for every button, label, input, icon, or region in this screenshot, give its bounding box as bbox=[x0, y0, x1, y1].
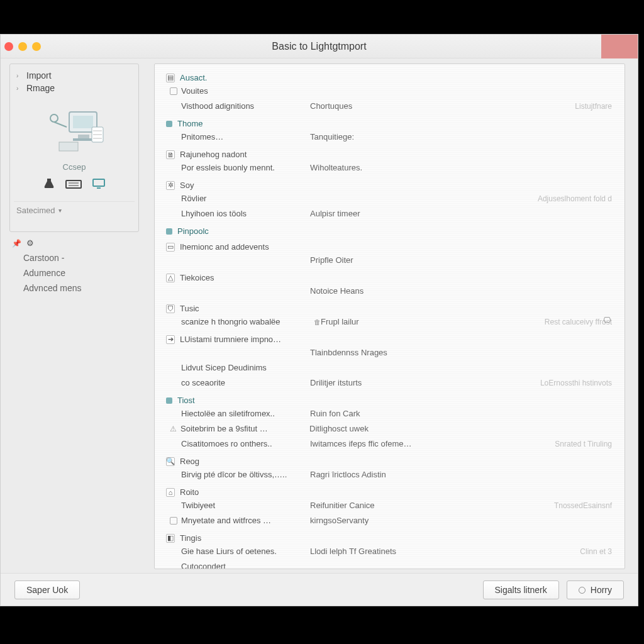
item-mid: Iwitamces ifeps ffic ofeme… bbox=[310, 438, 455, 450]
list-item[interactable]: Mnyetate and witfrces …kirngsoServanty bbox=[155, 513, 625, 528]
arrow-icon: ➔ bbox=[166, 335, 175, 344]
super-ok-button[interactable]: Saper Uok bbox=[14, 580, 80, 599]
item-right: Rest caluceivy ffrost bbox=[545, 316, 612, 328]
list-item[interactable]: TwibiyeetReifunitier CaniceTnossedEsains… bbox=[155, 498, 625, 513]
list-item[interactable]: RövlierAdjuseslhoment fold d bbox=[155, 191, 625, 206]
list-item[interactable]: Visthood adignitionsChortuquesListujtfna… bbox=[155, 99, 625, 114]
sidebar-nav-rmage[interactable]: › Rmage bbox=[14, 82, 135, 94]
item-left: co sceaorite bbox=[181, 377, 310, 389]
gear-icon: ✲ bbox=[166, 181, 175, 190]
sidebar-item-carstoon[interactable]: Carstoon - bbox=[12, 253, 136, 263]
list-item[interactable]: Notoice Heans bbox=[155, 284, 625, 299]
monitor-icon[interactable] bbox=[92, 178, 106, 192]
group-heading[interactable]: Pinpoolc bbox=[155, 221, 625, 237]
item-mid: Ditlighosct uwek bbox=[309, 423, 454, 435]
item-mid: Pripfle Oiter bbox=[310, 254, 455, 267]
list-item[interactable]: Cisatitomoes ro onthers..Iwitamces ifeps… bbox=[155, 436, 625, 452]
nav-label: Import bbox=[26, 70, 52, 80]
list-item[interactable]: Gie hase Liurs of oetenes.Llodi lelph Tf… bbox=[155, 544, 625, 559]
list-item[interactable]: Hiectolëe an siletifromex..Ruin fon Cark bbox=[155, 406, 625, 421]
trash-icon[interactable]: 🗑 bbox=[314, 316, 321, 328]
close-icon[interactable] bbox=[4, 42, 13, 51]
item-right: Snrated t Tiruling bbox=[555, 438, 612, 450]
group-heading[interactable]: Tiost bbox=[155, 391, 625, 406]
group-title: Soy bbox=[180, 180, 194, 190]
item-left: Twibiyeet bbox=[181, 499, 310, 512]
svg-point-8 bbox=[50, 114, 58, 122]
group-title: Roito bbox=[180, 487, 199, 497]
sidebar-nav-import[interactable]: › Import bbox=[14, 69, 135, 82]
dot-icon bbox=[166, 121, 172, 127]
sidebar-select[interactable]: Satecimed ▾ bbox=[14, 201, 135, 216]
pin-icon: ◧ bbox=[166, 534, 175, 543]
zoom-icon[interactable] bbox=[32, 42, 41, 51]
list-item[interactable]: Tlainbdennss Nrages bbox=[155, 345, 625, 360]
minimize-icon[interactable] bbox=[18, 42, 27, 51]
group-title: Tusic bbox=[180, 304, 199, 313]
gear-icon: ⚙ bbox=[26, 238, 34, 248]
item-left: Mnyetate and witfrces … bbox=[181, 514, 310, 527]
radio-icon bbox=[579, 587, 586, 594]
svg-rect-10 bbox=[59, 142, 78, 151]
sidebar-item-adumence[interactable]: Adumence bbox=[12, 268, 136, 278]
item-left: Lhyihoen ios töols bbox=[181, 208, 310, 220]
list-item[interactable]: Pripfle Oiter bbox=[155, 253, 625, 268]
list-item[interactable]: Lhyihoen ios töolsAulpisr timeer bbox=[155, 206, 625, 221]
svg-rect-14 bbox=[93, 179, 104, 186]
group-heading[interactable]: ⛉Tusic bbox=[155, 299, 625, 314]
list-item[interactable]: Lidvut Sicep Deudinims bbox=[155, 360, 625, 375]
group-heading[interactable]: ⌂Roito bbox=[155, 482, 625, 498]
sidebar-menu-row[interactable]: 📌 ⚙ bbox=[12, 238, 136, 248]
item-left: Vouites bbox=[181, 85, 310, 97]
keyboard-icon[interactable] bbox=[65, 178, 82, 192]
settings-list: ▤Ausact.VouitesVisthood adignitionsChort… bbox=[155, 64, 625, 569]
group-title: Reog bbox=[180, 457, 199, 466]
lab-icon[interactable] bbox=[43, 178, 55, 192]
checkbox-icon[interactable] bbox=[170, 87, 177, 95]
list-item[interactable]: Pnitomes…Tanquitiege: bbox=[155, 130, 625, 145]
group-heading[interactable]: ➔LUistami trumniere impno… bbox=[155, 330, 625, 345]
group-heading[interactable]: ▤Ausact. bbox=[155, 68, 625, 84]
item-right: LoErnossthi hstinvots bbox=[540, 377, 612, 389]
list-item[interactable]: ⚠Soitebrim be a 9sfitut …Ditlighosct uwe… bbox=[155, 421, 625, 436]
list-item[interactable]: Birvig pté dîcor be öltivss,…..Ragri îri… bbox=[155, 467, 625, 482]
item-mid: Wiholteatures. bbox=[310, 162, 455, 174]
doc-icon: ▤ bbox=[166, 74, 175, 82]
list-item[interactable]: scanize h thongrio wabalëe🗑Frupl lailurR… bbox=[155, 314, 625, 330]
checkbox-icon[interactable] bbox=[170, 517, 177, 525]
item-left: Pnitomes… bbox=[181, 131, 310, 143]
group-heading[interactable]: △Tiekoices bbox=[155, 268, 625, 284]
illustration-caption: Ccsep bbox=[14, 162, 135, 172]
group-heading[interactable]: Thome bbox=[155, 114, 625, 130]
main-panel: ▤Ausact.VouitesVisthood adignitionsChort… bbox=[154, 64, 625, 569]
list-item[interactable]: Vouites bbox=[155, 84, 625, 99]
window-title: Basic to Lightgtmport bbox=[272, 41, 366, 52]
signals-button[interactable]: Sigalts litnerk bbox=[483, 580, 559, 599]
item-left: Por essleis buonly mennt. bbox=[181, 162, 310, 174]
item-left: Cisatitomoes ro onthers.. bbox=[181, 438, 310, 450]
item-mid: Aulpisr timeer bbox=[310, 208, 455, 220]
svg-rect-11 bbox=[66, 180, 81, 188]
page-icon: 🗎 bbox=[166, 150, 175, 159]
window-controls bbox=[4, 42, 41, 51]
titlebar: Basic to Lightgtmport bbox=[1, 35, 638, 58]
group-heading[interactable]: ◧Tingis bbox=[155, 528, 625, 544]
group-heading[interactable]: ✲Soy bbox=[155, 175, 625, 191]
group-heading[interactable]: ▭Ihemionc and addevents bbox=[155, 237, 625, 253]
chevron-down-icon: ▾ bbox=[58, 207, 65, 214]
nav-label: Rmage bbox=[26, 83, 55, 93]
list-item[interactable]: co sceaoriteDrilitjer itsturtsLoErnossth… bbox=[155, 375, 625, 391]
group-heading[interactable]: 🗎Rajunehog nadont bbox=[155, 145, 625, 160]
svg-rect-3 bbox=[73, 138, 94, 141]
group-heading[interactable]: 🔍Reog bbox=[155, 452, 625, 467]
list-item[interactable]: Cutocondert bbox=[155, 559, 625, 569]
group-title: Tingis bbox=[180, 533, 201, 543]
horry-button[interactable]: Horry bbox=[567, 580, 624, 599]
accent-patch bbox=[601, 35, 638, 58]
list-item[interactable]: Por essleis buonly mennt.Wiholteatures. bbox=[155, 160, 625, 175]
item-mid: Ruin fon Cark bbox=[310, 408, 455, 420]
sidebar-item-advanced[interactable]: Advnced mens bbox=[12, 283, 136, 293]
warn-icon: ⚠ bbox=[170, 423, 177, 435]
item-mid: Llodi lelph Tf Greatinets bbox=[310, 545, 455, 558]
group-title: Rajunehog nadont bbox=[180, 150, 247, 159]
